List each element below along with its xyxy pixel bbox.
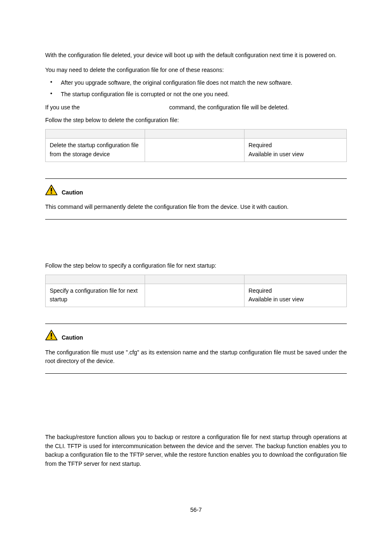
intro-p2: You may need to delete the configuration…	[45, 66, 347, 75]
page-root: With the configuration file deleted, you…	[0, 0, 392, 539]
list-item: After you upgrade software, the original…	[45, 79, 347, 88]
remark-view: Available in user view	[249, 150, 342, 159]
warning-icon	[45, 185, 58, 198]
section-spacer	[45, 415, 347, 431]
table-header-row	[46, 130, 347, 139]
td-description: Delete the startup configuration file fr…	[46, 139, 145, 162]
backup-p1: The backup/restore function allows you t…	[45, 433, 347, 469]
remark-required: Required	[249, 287, 342, 296]
intro-p3a: If you use the	[45, 104, 81, 111]
caution-box-2: Caution The configuration file must use …	[45, 324, 347, 374]
svg-rect-5	[51, 338, 52, 339]
spec-p1: Follow the step below to specify a confi…	[45, 261, 347, 271]
intro-p3: If you use the command, the configuratio…	[45, 103, 347, 112]
th-todo	[46, 275, 145, 284]
warning-icon	[45, 330, 58, 343]
th-todo	[46, 130, 145, 139]
svg-rect-2	[51, 192, 52, 194]
caution-label: Caution	[62, 188, 83, 198]
td-remarks: Required Available in user view	[244, 284, 346, 307]
intro-p4: Follow the step below to delete the conf…	[45, 116, 347, 125]
list-item: The startup configuration file is corrup…	[45, 90, 347, 99]
td-command	[145, 139, 244, 162]
td-remarks: Required Available in user view	[244, 139, 346, 162]
page-number: 56-7	[45, 506, 347, 515]
td-command	[145, 284, 244, 307]
svg-rect-1	[51, 188, 52, 192]
reasons-list: After you upgrade software, the original…	[45, 79, 347, 99]
caution-head: Caution	[45, 330, 347, 343]
intro-p1: With the configuration file deleted, you…	[45, 51, 347, 60]
section-spacer	[45, 386, 347, 415]
section-spacer	[45, 232, 347, 261]
caution-label: Caution	[62, 333, 83, 343]
td-description: Specify a configuration file for next st…	[46, 284, 145, 307]
table-header-row	[46, 275, 347, 284]
th-remarks	[244, 130, 346, 139]
caution-body: This command will permanently delete the…	[45, 203, 347, 212]
th-command	[145, 275, 244, 284]
caution-head: Caution	[45, 185, 347, 198]
table-row: Specify a configuration file for next st…	[46, 284, 347, 307]
caution-body: The configuration file must use ".cfg" a…	[45, 348, 347, 366]
delete-table: Delete the startup configuration file fr…	[45, 129, 347, 162]
remark-view: Available in user view	[249, 295, 342, 304]
caution-box-1: Caution This command will permanently de…	[45, 178, 347, 220]
intro-p3b: command, the configuration file will be …	[169, 104, 289, 111]
th-command	[145, 130, 244, 139]
table-row: Delete the startup configuration file fr…	[46, 139, 347, 162]
remark-required: Required	[249, 141, 342, 150]
specify-table: Specify a configuration file for next st…	[45, 275, 347, 307]
svg-rect-4	[51, 333, 52, 337]
th-remarks	[244, 275, 346, 284]
